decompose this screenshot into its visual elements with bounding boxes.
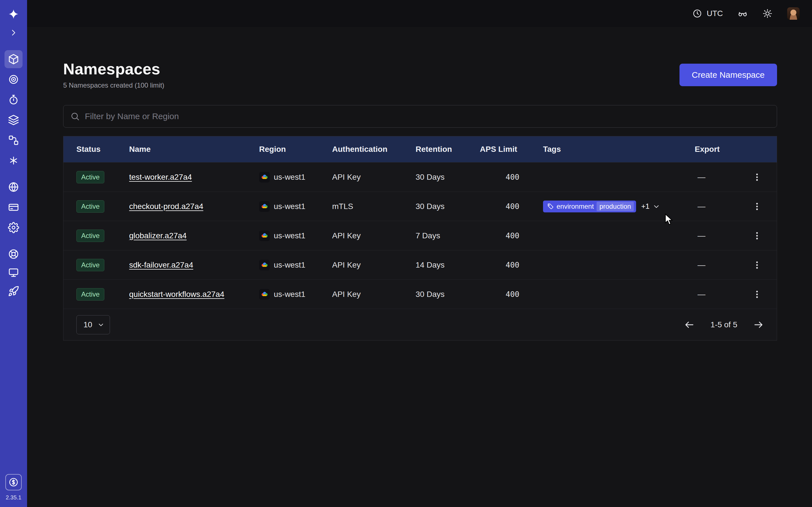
create-namespace-button[interactable]: Create Namespace: [679, 64, 777, 86]
export-cell: —: [695, 200, 764, 213]
gcp-icon: [259, 230, 270, 241]
table-header: Status Name Region Authentication Retent…: [63, 136, 777, 162]
sidebar-item-settings[interactable]: [4, 219, 22, 237]
export-cell: —: [695, 229, 764, 242]
status-badge: Active: [77, 288, 104, 300]
gcp-icon: [259, 172, 270, 182]
namespace-link[interactable]: test-worker.a27a4: [129, 173, 192, 182]
status-badge: Active: [77, 171, 104, 183]
column-header-authentication: Authentication: [332, 145, 416, 154]
table-row: Active globalizer.a27a4 us-west1 API Key…: [63, 221, 777, 250]
tag-icon: [547, 203, 554, 210]
timezone-label: UTC: [707, 9, 723, 18]
tags-cell: environment production +1: [543, 201, 695, 212]
region-cell: us-west1: [259, 289, 332, 300]
topbar: UTC: [27, 0, 812, 27]
auth-cell: API Key: [332, 261, 416, 270]
sidebar-item-workflows[interactable]: [4, 131, 22, 149]
aps-limit-cell: 400: [480, 202, 543, 211]
auth-cell: API Key: [332, 231, 416, 240]
aps-limit-cell: 400: [480, 173, 543, 181]
theme-toggle-sun-icon[interactable]: [762, 8, 772, 18]
row-actions-button[interactable]: [750, 170, 764, 184]
main-content: Namespaces 5 Namespaces created (100 lim…: [27, 0, 812, 341]
pagination-range: 1-5 of 5: [711, 320, 737, 329]
filter-bar: [63, 105, 777, 128]
timezone-selector[interactable]: UTC: [693, 9, 723, 18]
row-actions-button[interactable]: [750, 229, 764, 242]
row-actions-button[interactable]: [750, 200, 764, 213]
column-header-aps-limit: APS Limit: [480, 145, 543, 154]
sidebar-item-billing[interactable]: [4, 198, 22, 216]
status-badge: Active: [77, 230, 104, 242]
export-value: —: [698, 231, 705, 240]
sidebar-item-namespaces[interactable]: [4, 50, 22, 68]
search-icon: [70, 112, 80, 121]
page-subtitle: 5 Namespaces created (100 limit): [63, 81, 164, 89]
filter-input[interactable]: [85, 112, 770, 121]
gcp-icon: [259, 260, 270, 270]
chevron-down-icon: [97, 321, 105, 328]
page-title: Namespaces: [63, 60, 164, 78]
sidebar-item-regions[interactable]: [4, 178, 22, 196]
next-page-button[interactable]: [753, 320, 764, 330]
aps-limit-cell: 400: [480, 290, 543, 298]
retention-cell: 14 Days: [416, 261, 480, 270]
sidebar-item-resources[interactable]: [4, 264, 22, 282]
more-tags-count[interactable]: +1: [641, 202, 650, 211]
retention-cell: 30 Days: [416, 202, 480, 211]
status-badge: Active: [77, 259, 104, 271]
table-row: Active sdk-failover.a27a4 us-west1 API K…: [63, 250, 777, 279]
export-value: —: [698, 173, 705, 182]
auth-cell: API Key: [332, 290, 416, 299]
table-row: Active test-worker.a27a4 us-west1 API Ke…: [63, 162, 777, 191]
column-header-region: Region: [259, 145, 332, 154]
namespace-link[interactable]: sdk-failover.a27a4: [129, 261, 193, 270]
previous-page-button[interactable]: [684, 320, 695, 330]
export-value: —: [698, 261, 705, 270]
glasses-icon[interactable]: [738, 8, 748, 18]
sidebar-item-monitors[interactable]: [4, 70, 22, 89]
sidebar-item-quickstart[interactable]: [4, 282, 22, 300]
export-cell: —: [695, 258, 764, 272]
column-header-tags: Tags: [543, 145, 695, 154]
region-label: us-west1: [274, 290, 305, 299]
table-row: Active checkout-prod.a27a4 us-west1 mTLS…: [63, 191, 777, 221]
column-header-export: Export: [695, 145, 764, 154]
usage-icon[interactable]: [5, 474, 22, 490]
auth-cell: mTLS: [332, 202, 416, 211]
gcp-icon: [259, 201, 270, 212]
sidebar-item-support[interactable]: [4, 245, 22, 263]
namespace-link[interactable]: quickstart-workflows.a27a4: [129, 290, 224, 299]
namespaces-table: Status Name Region Authentication Retent…: [63, 136, 777, 341]
user-avatar[interactable]: [787, 7, 800, 20]
namespace-link[interactable]: checkout-prod.a27a4: [129, 202, 203, 211]
row-actions-button[interactable]: [750, 258, 764, 272]
tags-expand-chevron-icon[interactable]: [652, 203, 660, 210]
aps-limit-cell: 400: [480, 231, 543, 240]
app-version: 2.35.1: [6, 494, 21, 501]
region-label: us-west1: [274, 173, 305, 182]
page-size-select[interactable]: 10: [77, 315, 110, 334]
auth-cell: API Key: [332, 173, 416, 182]
page-size-value: 10: [84, 320, 92, 329]
namespace-link[interactable]: globalizer.a27a4: [129, 231, 187, 240]
region-label: us-west1: [274, 231, 305, 240]
region-cell: us-west1: [259, 172, 332, 182]
tag-chip[interactable]: environment production: [543, 201, 636, 212]
clock-icon: [693, 9, 702, 18]
tag-value: production: [597, 202, 634, 211]
arrow-left-icon: [684, 320, 695, 330]
export-cell: —: [695, 288, 764, 301]
sidebar-item-schedules[interactable]: [4, 91, 22, 109]
region-cell: us-west1: [259, 201, 332, 212]
table-row: Active quickstart-workflows.a27a4 us-wes…: [63, 279, 777, 309]
sidebar-item-deployments[interactable]: [4, 111, 22, 129]
retention-cell: 7 Days: [416, 231, 480, 240]
row-actions-button[interactable]: [750, 288, 764, 301]
temporal-logo[interactable]: [4, 5, 22, 23]
sidebar-item-nexus[interactable]: [4, 152, 22, 170]
expand-chevron-icon[interactable]: [4, 24, 22, 42]
region-cell: us-west1: [259, 260, 332, 270]
region-cell: us-west1: [259, 230, 332, 241]
